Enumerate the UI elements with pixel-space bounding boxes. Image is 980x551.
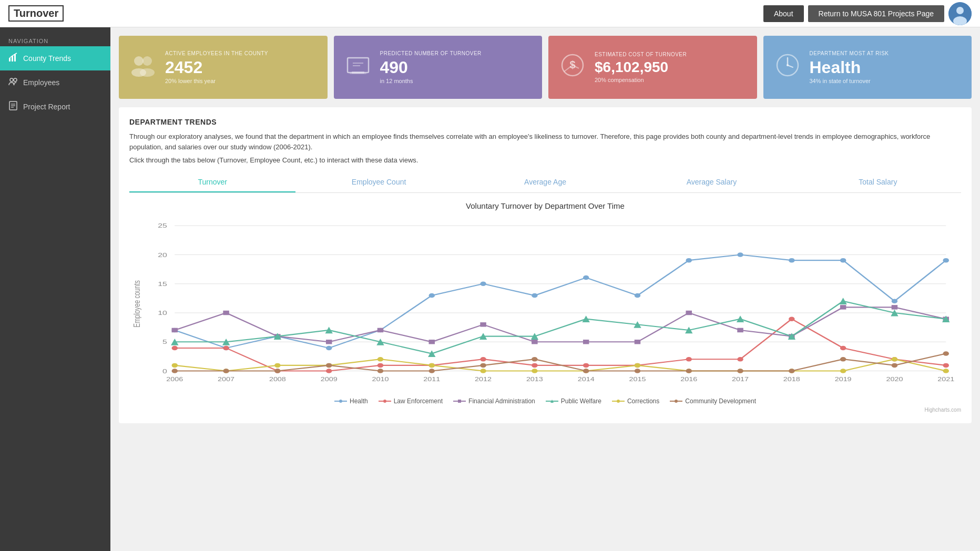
- svg-text:0: 0: [162, 368, 167, 374]
- svg-text:2012: 2012: [475, 376, 492, 382]
- svg-point-13: [142, 56, 152, 66]
- legend-public-welfare: Public Welfare: [546, 397, 601, 405]
- svg-point-80: [583, 363, 589, 368]
- svg-point-163: [675, 400, 678, 403]
- svg-point-135: [943, 369, 949, 373]
- return-button[interactable]: Return to MUSA 801 Projects Page: [808, 5, 944, 22]
- active-employees-icon: [129, 52, 157, 84]
- svg-text:2015: 2015: [629, 376, 646, 382]
- svg-text:2017: 2017: [732, 376, 749, 382]
- legend-health-label: Health: [350, 397, 368, 405]
- active-employees-text: ACTIVE EMPLOYEES IN THE COUNTY 2452 20% …: [165, 50, 268, 84]
- svg-point-141: [429, 369, 435, 373]
- svg-point-120: [172, 363, 178, 368]
- svg-rect-101: [840, 305, 846, 310]
- svg-text:2016: 2016: [680, 376, 697, 382]
- svg-point-87: [943, 363, 949, 368]
- svg-point-64: [583, 276, 589, 280]
- svg-text:2010: 2010: [372, 376, 389, 382]
- svg-rect-95: [532, 340, 538, 344]
- legend-public-welfare-label: Public Welfare: [561, 397, 601, 405]
- highcharts-credit: Highcharts.com: [129, 407, 961, 413]
- sidebar-item-employees[interactable]: Employees: [0, 70, 110, 95]
- chart-title: Voluntary Turnover by Department Over Ti…: [129, 201, 961, 210]
- county-trends-icon: [8, 53, 18, 64]
- tab-average-salary[interactable]: Average Salary: [628, 172, 794, 192]
- content-area: ACTIVE EMPLOYEES IN THE COUNTY 2452 20% …: [110, 27, 980, 551]
- svg-point-140: [377, 369, 384, 373]
- svg-marker-109: [428, 350, 435, 357]
- logo: Turnover: [8, 5, 64, 22]
- svg-point-85: [840, 346, 846, 351]
- svg-point-155: [383, 400, 386, 403]
- card-estimated-cost: $ ESTIMATED COST OF TURNOVER $6,102,950 …: [548, 36, 757, 99]
- sidebar-item-project-report[interactable]: Project Report: [0, 95, 110, 119]
- svg-text:2019: 2019: [835, 376, 852, 382]
- svg-text:2020: 2020: [886, 376, 903, 382]
- summary-cards: ACTIVE EMPLOYEES IN THE COUNTY 2452 20% …: [119, 36, 972, 99]
- svg-text:2011: 2011: [423, 376, 440, 382]
- svg-point-6: [10, 78, 13, 81]
- svg-point-134: [892, 357, 898, 362]
- svg-point-65: [635, 293, 641, 298]
- trends-title: DEPARTMENT TRENDS: [129, 118, 961, 126]
- svg-text:Employee counts: Employee counts: [132, 280, 141, 328]
- svg-point-149: [840, 357, 846, 362]
- svg-text:2006: 2006: [166, 376, 183, 382]
- svg-point-143: [532, 357, 538, 362]
- predicted-turnover-value: 490: [380, 58, 482, 77]
- line-chart-svg: Employee counts 25 20 15: [129, 215, 961, 393]
- legend-financial-admin-label: Financial Administration: [468, 397, 535, 405]
- card-active-employees: ACTIVE EMPLOYEES IN THE COUNTY 2452 20% …: [119, 36, 328, 99]
- svg-point-138: [274, 369, 281, 373]
- svg-point-12: [134, 56, 144, 66]
- svg-point-147: [737, 369, 743, 373]
- svg-text:25: 25: [158, 222, 167, 229]
- svg-point-61: [429, 293, 435, 298]
- chart-area: Voluntary Turnover by Department Over Ti…: [129, 201, 961, 413]
- svg-marker-117: [839, 298, 846, 304]
- svg-point-146: [686, 369, 692, 373]
- svg-point-150: [892, 363, 898, 368]
- tab-average-age[interactable]: Average Age: [462, 172, 628, 192]
- svg-rect-18: [350, 73, 366, 74]
- avatar: [948, 2, 972, 25]
- tab-turnover[interactable]: Turnover: [129, 172, 295, 192]
- sidebar-label-employees: Employees: [23, 78, 59, 87]
- svg-point-125: [429, 363, 435, 368]
- svg-point-129: [635, 363, 641, 368]
- svg-point-126: [480, 369, 486, 373]
- svg-rect-98: [686, 311, 692, 315]
- about-button[interactable]: About: [763, 5, 804, 22]
- svg-point-26: [787, 64, 789, 66]
- chart-wrap: Employee counts 25 20 15: [129, 215, 961, 393]
- predicted-turnover-sub: in 12 months: [380, 78, 482, 84]
- dept-at-risk-text: DEPARTMENT MOST AT RISK Health 34% in st…: [810, 50, 889, 84]
- svg-rect-97: [635, 340, 641, 344]
- legend-community-dev: Community Development: [670, 397, 756, 405]
- legend-law-enforcement-label: Law Enforcement: [394, 397, 443, 405]
- svg-rect-88: [172, 328, 178, 333]
- svg-point-83: [737, 357, 743, 362]
- department-trends-section: DEPARTMENT TRENDS Through our explorator…: [119, 107, 972, 423]
- legend-financial-admin: Financial Administration: [453, 397, 535, 405]
- nav-label: NAVIGATION: [0, 34, 110, 46]
- svg-rect-99: [737, 328, 743, 333]
- svg-point-124: [377, 357, 384, 362]
- svg-point-1: [956, 7, 964, 14]
- tab-total-salary[interactable]: Total Salary: [795, 172, 961, 192]
- svg-point-82: [686, 357, 692, 362]
- svg-point-73: [223, 346, 229, 351]
- svg-text:20: 20: [158, 251, 167, 258]
- dept-at-risk-value: Health: [810, 58, 889, 77]
- tab-employee-count[interactable]: Employee Count: [295, 172, 462, 192]
- svg-point-76: [377, 363, 384, 368]
- svg-text:2018: 2018: [783, 376, 800, 382]
- svg-text:15: 15: [158, 280, 167, 287]
- svg-point-70: [892, 299, 898, 303]
- active-employees-label: ACTIVE EMPLOYEES IN THE COUNTY: [165, 50, 268, 56]
- sidebar-item-county-trends[interactable]: County Trends: [0, 46, 110, 70]
- svg-point-127: [532, 369, 538, 373]
- svg-point-142: [480, 363, 486, 368]
- predicted-turnover-icon: [344, 52, 372, 84]
